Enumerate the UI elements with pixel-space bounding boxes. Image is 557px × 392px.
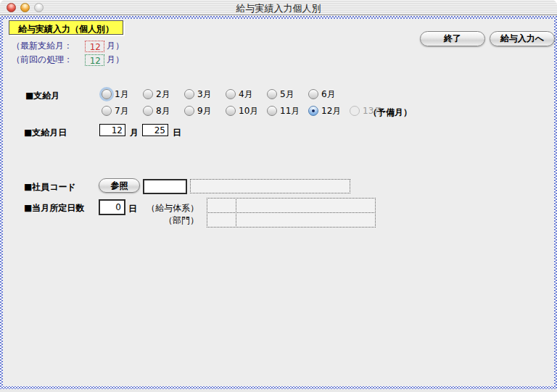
form-title-badge: 給与実績入力（個人別） xyxy=(9,20,123,35)
radio-month-7[interactable]: 7月 xyxy=(102,105,129,117)
employee-code-input[interactable] xyxy=(143,179,187,194)
previous-process-value: 12 xyxy=(85,54,104,66)
scheduled-days-unit: 日 xyxy=(128,203,137,215)
latest-pay-month-value: 12 xyxy=(85,41,104,52)
salary-system-code-display xyxy=(207,198,236,213)
app-window: 給与実績入力個人別 給与実績入力（個人別） 終了 給与入力へ （最新支給月： 1… xyxy=(0,0,557,392)
radio-month-8[interactable]: 8月 xyxy=(143,105,170,117)
radio-month-2[interactable]: 2月 xyxy=(143,88,170,100)
radio-month-3[interactable]: 3月 xyxy=(184,88,212,100)
browse-button[interactable]: 参照 xyxy=(99,178,140,193)
pay-date-label: ■支給月日 xyxy=(24,127,67,139)
radio-icon xyxy=(267,106,277,116)
radio-month-1[interactable]: 1月 xyxy=(102,88,129,100)
latest-pay-month-suffix: 月） xyxy=(107,40,124,52)
radio-month-10[interactable]: 10月 xyxy=(226,105,258,117)
scheduled-days-input[interactable] xyxy=(99,199,125,215)
radio-icon xyxy=(308,89,318,99)
salary-input-button[interactable]: 給与入力へ xyxy=(490,31,555,46)
radio-icon xyxy=(226,89,236,99)
pay-day-input[interactable] xyxy=(142,124,168,136)
latest-pay-month-row: （最新支給月： 12 月） xyxy=(12,40,124,52)
scheduled-days-label: ■当月所定日数 xyxy=(24,202,84,214)
spare-month-note: （予備月） xyxy=(368,107,412,119)
radio-month-4[interactable]: 4月 xyxy=(226,88,253,100)
radio-icon xyxy=(143,106,153,116)
pay-month-input[interactable] xyxy=(99,124,125,136)
previous-process-suffix: 月） xyxy=(107,54,124,66)
exit-button[interactable]: 終了 xyxy=(420,31,485,46)
window-title: 給与実績入力個人別 xyxy=(0,2,557,15)
radio-icon xyxy=(184,89,194,99)
radio-icon xyxy=(267,89,277,99)
pay-day-unit: 日 xyxy=(173,127,181,139)
latest-pay-month-label: （最新支給月： xyxy=(12,40,85,52)
salary-system-label: （給与体系） xyxy=(147,202,199,214)
department-name-display xyxy=(236,212,376,228)
radio-icon xyxy=(184,106,194,116)
titlebar[interactable]: 給与実績入力個人別 xyxy=(0,0,557,15)
radio-disabled-icon xyxy=(350,106,360,116)
previous-process-row: （前回の処理： 12 月） xyxy=(12,54,124,66)
employee-code-label: ■社員コード xyxy=(24,181,76,193)
radio-icon xyxy=(143,89,153,99)
radio-icon xyxy=(226,106,236,116)
radio-month-6[interactable]: 6月 xyxy=(308,88,336,100)
employee-name-display xyxy=(190,179,350,193)
pay-month-label: ■支給月 xyxy=(25,90,59,102)
radio-icon xyxy=(102,89,112,99)
radio-month-5[interactable]: 5月 xyxy=(267,88,294,100)
radio-month-9[interactable]: 9月 xyxy=(184,105,212,117)
department-label: （部門） xyxy=(147,214,199,227)
pay-month-unit: 月 xyxy=(130,127,139,139)
radio-selected-icon xyxy=(308,106,318,116)
previous-process-label: （前回の処理： xyxy=(12,54,85,66)
radio-month-12-selected[interactable]: 12月 xyxy=(308,105,341,117)
radio-month-11[interactable]: 11月 xyxy=(267,105,300,117)
salary-system-name-display xyxy=(236,198,376,213)
department-code-display xyxy=(207,212,236,228)
radio-icon xyxy=(102,106,112,116)
